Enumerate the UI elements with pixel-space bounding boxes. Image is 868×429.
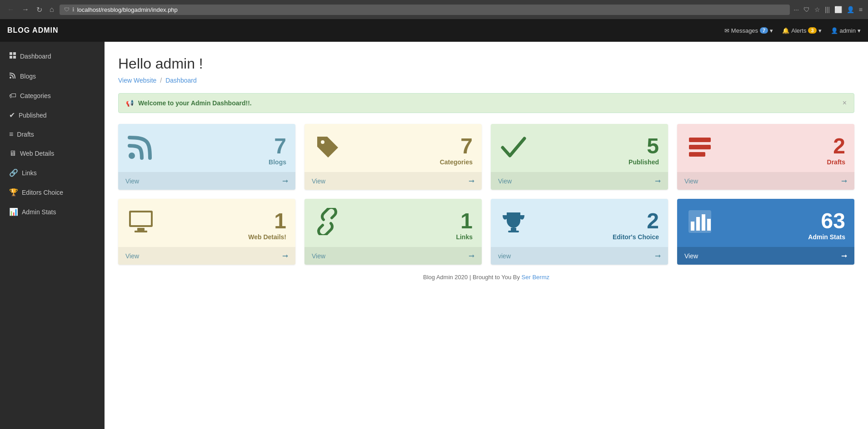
svg-rect-15 [508, 231, 519, 232]
webdetails-arrow-icon: ➞ [282, 251, 288, 260]
back-button[interactable]: ← [5, 5, 16, 15]
check-sidebar-icon: ✔ [9, 111, 15, 119]
webdetails-view-link[interactable]: View [125, 252, 139, 260]
sidebar-item-blogs[interactable]: Blogs [0, 66, 105, 86]
library-btn[interactable]: ||| [825, 6, 830, 13]
blogs-view-link[interactable]: View [125, 178, 139, 185]
sidebar-item-links[interactable]: 🔗 Links [0, 163, 105, 182]
browser-actions: ··· 🛡 ☆ ||| ⬜ 👤 ≡ [793, 6, 863, 13]
sidebar-label-drafts: Drafts [17, 131, 34, 138]
card-blogs: 7 Blogs View ➞ [118, 124, 295, 190]
browser-chrome: ← → ↻ ⌂ 🛡 ℹ localhost/resblog/blogadmin/… [0, 0, 868, 19]
monitor-sidebar-icon: 🖥 [9, 149, 16, 158]
card-blogs-bottom: View ➞ [118, 172, 295, 190]
alert-message: Welcome to your Admin Dashboard!!. [138, 99, 252, 107]
card-drafts-info: 2 Drafts [827, 133, 845, 166]
megaphone-icon: 📢 [126, 99, 134, 107]
published-view-link[interactable]: View [498, 178, 512, 185]
adminstats-label: Admin Stats [808, 233, 845, 241]
svg-point-5 [129, 153, 135, 159]
card-editorschoice-bottom: view ➞ [491, 247, 668, 265]
alert-box: 📢 Welcome to your Admin Dashboard!!. × [118, 93, 854, 113]
envelope-icon: ✉ [724, 27, 729, 34]
sidebar-label-adminstats: Admin Stats [22, 208, 56, 216]
messages-nav-item[interactable]: ✉ Messages 7 ▾ [724, 27, 773, 34]
blogs-arrow-icon: ➞ [282, 177, 288, 185]
bell-icon: 🔔 [782, 27, 789, 34]
card-editorschoice-info: 2 Editor's Choice [613, 208, 659, 241]
drafts-number: 2 [827, 133, 845, 158]
stats-sidebar-icon: 📊 [9, 207, 18, 216]
links-label: Links [456, 233, 473, 241]
footer: Blog Admin 2020 | Brought to You By Ser … [118, 265, 854, 290]
categories-view-link[interactable]: View [312, 178, 325, 185]
links-view-link[interactable]: View [312, 252, 325, 260]
categories-label: Categories [440, 158, 473, 166]
breadcrumb-view-website[interactable]: View Website [118, 77, 156, 84]
card-adminstats-top: 63 Admin Stats [677, 199, 854, 247]
webdetails-number: 1 [248, 208, 286, 233]
chain-card-icon [314, 208, 341, 241]
breadcrumb: View Website / Dashboard [118, 77, 854, 84]
home-button[interactable]: ⌂ [48, 5, 56, 15]
card-adminstats-bottom: View ➞ [677, 247, 854, 265]
svg-rect-0 [10, 52, 12, 55]
profile-btn[interactable]: 👤 [847, 6, 854, 13]
alerts-nav-item[interactable]: 🔔 Alerts 3 ▾ [782, 27, 821, 34]
adminstats-view-link[interactable]: View [684, 252, 698, 260]
sidebar-label-categories: Categories [20, 92, 51, 99]
sidebar-label-dashboard: Dashboard [20, 53, 51, 60]
breadcrumb-dashboard[interactable]: Dashboard [165, 77, 197, 84]
shield-icon: 🛡 [64, 6, 70, 13]
card-published-bottom: View ➞ [491, 172, 668, 190]
trophy-card-icon [500, 208, 527, 241]
sidebar-item-dashboard[interactable]: Dashboard [0, 46, 105, 66]
sidebar-label-blogs: Blogs [20, 73, 36, 80]
dashboard-icon [9, 52, 16, 61]
tab-btn[interactable]: ⬜ [834, 6, 842, 13]
drafts-view-link[interactable]: View [684, 178, 698, 185]
webdetails-label: Web Details! [248, 233, 286, 241]
sidebar-label-editorschoice: Editors Choice [22, 189, 63, 196]
url-text: localhost/resblog/blogadmin/index.php [77, 6, 178, 13]
card-drafts-top: 2 Drafts [677, 124, 854, 172]
categories-number: 7 [440, 133, 473, 158]
user-nav-item[interactable]: 👤 admin ▾ [831, 27, 861, 34]
card-categories-top: 7 Categories [304, 124, 482, 172]
footer-text: Blog Admin 2020 | Brought to You By [423, 274, 520, 281]
drafts-sidebar-icon: ≡ [9, 130, 13, 138]
sidebar-item-published[interactable]: ✔ Published [0, 105, 105, 125]
sidebar-item-drafts[interactable]: ≡ Drafts [0, 125, 105, 144]
breadcrumb-separator: / [160, 77, 162, 84]
address-bar[interactable]: 🛡 ℹ localhost/resblog/blogadmin/index.ph… [60, 5, 790, 15]
card-webdetails: 1 Web Details! View ➞ [118, 199, 295, 265]
refresh-button[interactable]: ↻ [35, 5, 44, 15]
more-btn[interactable]: ··· [793, 6, 799, 13]
shield-btn[interactable]: 🛡 [803, 6, 810, 13]
editorschoice-view-link[interactable]: view [498, 252, 511, 260]
card-links-bottom: View ➞ [304, 247, 482, 265]
sidebar-item-categories[interactable]: 🏷 Categories [0, 86, 105, 105]
sidebar-item-webdetails[interactable]: 🖥 Web Details [0, 144, 105, 163]
drafts-card-icon [686, 133, 713, 166]
rss-card-icon [127, 133, 155, 166]
svg-rect-8 [689, 145, 711, 149]
sidebar-item-adminstats[interactable]: 📊 Admin Stats [0, 202, 105, 222]
star-btn[interactable]: ☆ [814, 6, 820, 13]
card-links: 1 Links View ➞ [304, 199, 482, 265]
blogs-number: 7 [269, 133, 286, 158]
forward-button[interactable]: → [20, 5, 31, 15]
alert-close-button[interactable]: × [843, 99, 847, 107]
alerts-badge: 3 [808, 27, 816, 34]
monitor-card-icon [127, 208, 155, 241]
menu-btn[interactable]: ≡ [859, 6, 863, 13]
sidebar-item-editorschoice[interactable]: 🏆 Editors Choice [0, 182, 105, 202]
drafts-arrow-icon: ➞ [841, 177, 847, 185]
card-published-top: 5 Published [491, 124, 668, 172]
footer-link[interactable]: Ser Bermz [522, 274, 549, 281]
svg-rect-11 [131, 212, 151, 225]
nav-right: ✉ Messages 7 ▾ 🔔 Alerts 3 ▾ 👤 admin ▾ [724, 27, 861, 34]
alerts-label: Alerts [791, 27, 806, 34]
card-adminstats-info: 63 Admin Stats [808, 208, 845, 241]
user-dropdown-icon: ▾ [858, 27, 861, 34]
